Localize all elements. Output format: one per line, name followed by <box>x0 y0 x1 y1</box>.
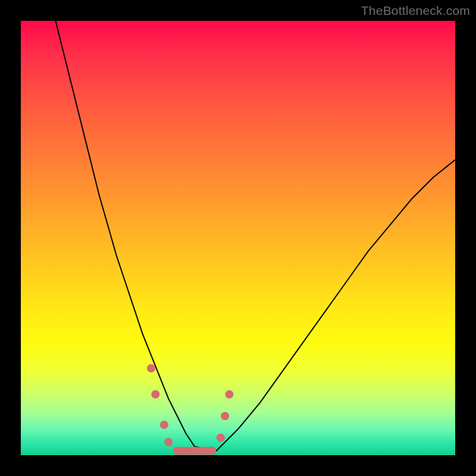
marker-dot <box>147 364 155 372</box>
bottleneck-curve <box>55 21 455 451</box>
marker-dot <box>225 390 233 399</box>
marker-dot <box>173 447 181 455</box>
marker-dot <box>208 447 216 455</box>
marker-dot <box>151 390 159 399</box>
watermark-text: TheBottleneck.com <box>361 4 470 18</box>
marker-dot <box>164 438 173 446</box>
plot-area <box>21 21 455 455</box>
marker-dot <box>160 421 168 429</box>
chart-frame: TheBottleneck.com <box>0 0 476 476</box>
curve-svg <box>21 21 455 455</box>
marker-dot <box>217 434 225 442</box>
marker-dot <box>221 412 229 420</box>
marker-dot <box>190 447 199 455</box>
